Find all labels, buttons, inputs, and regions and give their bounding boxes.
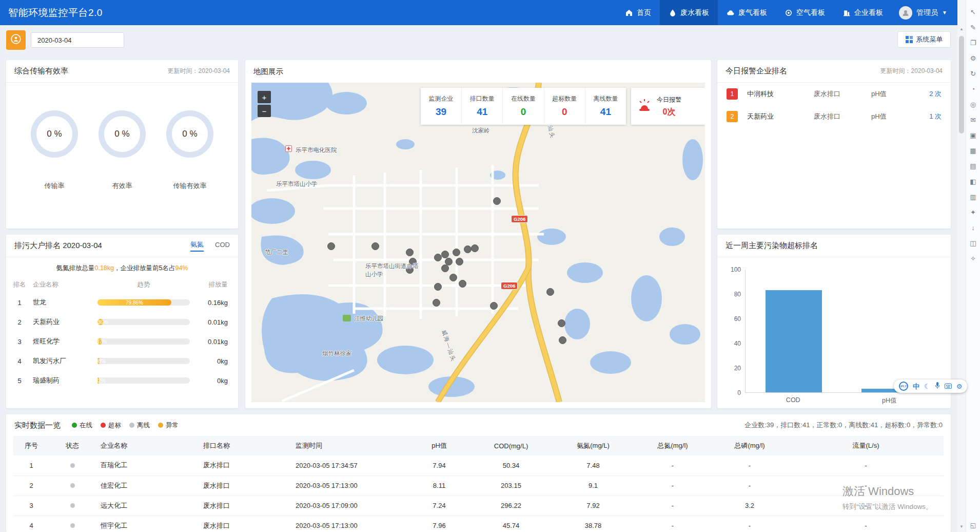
col-outlet: 排口名称 — [198, 436, 290, 455]
system-menu-button[interactable]: 系统菜单 — [897, 31, 951, 48]
date-input[interactable] — [31, 32, 124, 48]
page-scrollbar[interactable]: ▲ ▼ — [957, 0, 966, 532]
panel-title: 综合传输有效率 — [14, 66, 68, 76]
app-title: 智能环境监控平台2.0 — [0, 6, 103, 20]
nav-wastewater-board[interactable]: 废水看板 — [660, 0, 718, 25]
tab-cod[interactable]: COD — [215, 241, 230, 251]
layout-icon[interactable]: ◫ — [966, 235, 980, 251]
company-name: 瑞盛制药 — [33, 376, 93, 385]
enterprise-marker[interactable] — [434, 254, 442, 261]
bar-cod[interactable] — [766, 290, 822, 392]
enterprise-marker[interactable] — [456, 258, 463, 265]
resize-icon[interactable]: ◱ — [966, 522, 980, 529]
enterprise-marker[interactable] — [558, 319, 565, 327]
enterprise-marker[interactable] — [327, 242, 335, 250]
outlet-name: 废水排口 — [814, 89, 871, 99]
enterprise-marker[interactable] — [471, 244, 479, 252]
settings-icon[interactable]: ⚙ — [966, 50, 980, 66]
poi-label: 范厂二里 — [265, 249, 288, 256]
side-toolbar: ↖✎❐⚙↻◔◎✉▣▦▤◧▥✦↓◫✧ ◱ — [966, 0, 980, 532]
clock-icon[interactable]: ◔ — [966, 81, 980, 97]
enterprise-marker[interactable] — [433, 299, 440, 307]
status-dot-icon — [70, 463, 75, 468]
chevron-down-icon: ▼ — [942, 10, 947, 15]
enterprise-marker[interactable] — [546, 288, 554, 296]
language-icon[interactable]: 中 — [913, 383, 919, 390]
edit-icon[interactable]: ✎ — [966, 20, 980, 35]
enterprise-marker[interactable] — [464, 245, 472, 253]
enterprise-marker[interactable] — [371, 242, 379, 250]
today-alarm-box: 今日报警 0次 — [631, 88, 705, 125]
moon-icon[interactable]: ☾ — [924, 383, 930, 390]
trend-track: 6.36% — [97, 319, 190, 325]
y-tick: 0 — [737, 389, 741, 396]
enterprise-marker[interactable] — [493, 197, 501, 205]
copy-icon[interactable]: ❐ — [966, 35, 980, 50]
table-row[interactable]: 4 恒宇化工 废水排口 2020-03-05 17:13:00 7.96 45.… — [13, 516, 944, 532]
stat-offline-count: 离线数量 41 — [585, 88, 626, 125]
microphone-icon[interactable] — [935, 382, 940, 390]
enterprise-marker[interactable] — [441, 251, 449, 258]
cursor-icon[interactable]: ↖ — [966, 4, 980, 20]
gear-icon[interactable]: ⚙ — [956, 383, 963, 390]
map-stats-bar: 监测企业 39 排口数量 41 在线数量 0 超标数量 0 离线数量 41 — [421, 88, 626, 125]
y-tick: 60 — [734, 315, 741, 322]
chart-icon[interactable]: ◧ — [966, 174, 980, 189]
ime-logo-icon[interactable]: iFLY — [899, 382, 908, 391]
user-panel-button[interactable] — [6, 30, 26, 50]
home-icon — [625, 9, 633, 17]
scroll-down-icon[interactable]: ▼ — [957, 524, 966, 529]
scroll-up-icon[interactable]: ▲ — [957, 27, 966, 31]
table-row[interactable]: 3 远大化工 废水排口 2020-03-05 17:09:00 7.24 296… — [13, 496, 944, 516]
nav-air-board[interactable]: 空气看板 — [776, 0, 834, 25]
transmission-panel: 综合传输有效率 更新时间：2020-03-04 0 % 传输率 0 % 有效率 … — [6, 60, 238, 229]
download-icon[interactable]: ↓ — [966, 220, 980, 235]
layers-icon[interactable]: ▤ — [966, 158, 980, 174]
gauge-transfer-rate: 0 % 传输率 — [31, 110, 78, 191]
map-panel: 地图展示 — [245, 60, 711, 408]
table-row[interactable]: 2 佳宏化工 废水排口 2020-03-05 17:13:00 8.11 203… — [13, 476, 944, 496]
enterprise-marker[interactable] — [453, 249, 460, 256]
ranking-header-row: 排名 企业名称 趋势 排放量 — [6, 276, 238, 293]
enterprise-marker[interactable] — [459, 280, 466, 288]
tab-nh3n[interactable]: 氨氮 — [190, 240, 204, 252]
stat-label: 离线数量 — [593, 94, 618, 103]
zoom-in-button[interactable]: + — [258, 91, 271, 103]
status-dot-icon — [70, 483, 75, 488]
target-icon[interactable]: ◎ — [966, 97, 980, 112]
map-canvas[interactable]: G206 G206 威海—汕头 威海—汕头 沈家岭 ✚ 乐平市电化医院 乐平市塔… — [251, 83, 705, 402]
stat-label: 排口数量 — [470, 94, 495, 103]
enterprise-marker[interactable] — [434, 283, 442, 291]
alarm-count: 1 次 — [929, 112, 942, 121]
keyboard-icon[interactable] — [945, 383, 952, 390]
grid-icon[interactable]: ▦ — [966, 143, 980, 158]
ime-toolbar[interactable]: iFLY 中 ☾ ⚙ — [894, 379, 967, 393]
enterprise-marker[interactable] — [441, 264, 449, 272]
enterprise-marker[interactable] — [490, 302, 498, 310]
user-menu[interactable]: 管理员 ▼ — [892, 6, 957, 20]
sparkle-icon[interactable]: ✧ — [966, 251, 980, 266]
mail-icon[interactable]: ✉ — [966, 112, 980, 127]
siren-icon — [636, 97, 653, 116]
stat-value: 0 — [562, 106, 567, 118]
refresh-icon[interactable]: ↻ — [966, 66, 980, 81]
zoom-out-button[interactable]: − — [258, 105, 271, 117]
enterprise-marker[interactable] — [559, 336, 566, 344]
scrollbar-thumb[interactable] — [959, 36, 964, 134]
nav-enterprise-board[interactable]: 企业看板 — [834, 0, 892, 25]
company-name: 中润科技 — [747, 89, 814, 99]
enterprise-marker[interactable] — [449, 274, 457, 281]
company-name: 煜旺化学 — [33, 337, 93, 346]
table-row[interactable]: 1 百瑞化工 废水排口 2020-03-05 17:34:57 7.94 50.… — [13, 455, 944, 476]
trend-label: 79.86% — [126, 300, 143, 306]
print-icon[interactable]: ▣ — [966, 127, 980, 143]
nav-home[interactable]: 首页 — [616, 0, 660, 25]
system-menu-label: 系统菜单 — [916, 35, 943, 44]
nav-gas-board[interactable]: 废气看板 — [718, 0, 776, 25]
trend-label: 4.37% — [92, 339, 107, 345]
rank-no: 5 — [6, 377, 33, 385]
table-icon[interactable]: ▥ — [966, 189, 980, 204]
cloud-icon — [727, 9, 735, 17]
star-icon[interactable]: ✦ — [966, 204, 980, 220]
enterprise-marker[interactable] — [406, 249, 414, 256]
